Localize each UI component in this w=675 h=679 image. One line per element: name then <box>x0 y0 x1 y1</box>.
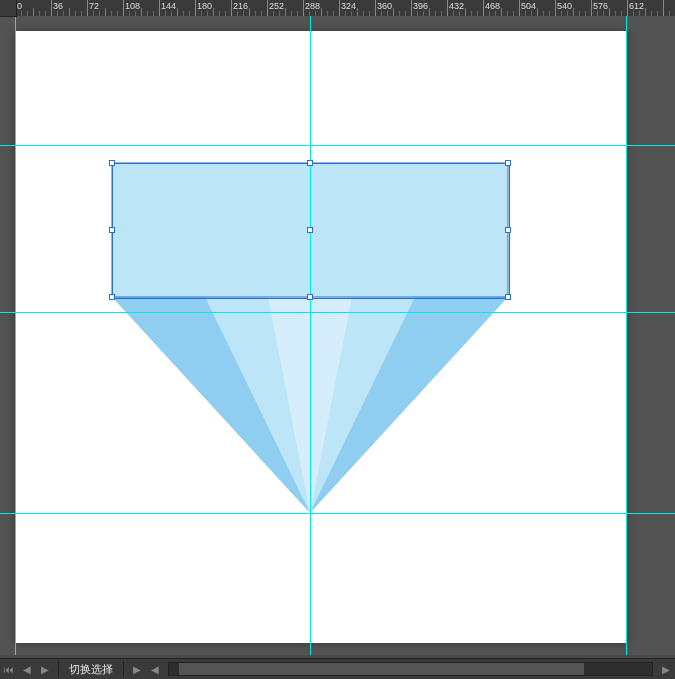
horizontal-scrollbar[interactable] <box>168 662 653 676</box>
scroll-left-icon[interactable]: ◀ <box>147 661 163 677</box>
rewind-icon[interactable]: ⏮ <box>1 661 17 677</box>
mode-label[interactable]: 切换选择 <box>63 662 119 677</box>
artboard[interactable] <box>15 31 627 643</box>
workspace[interactable] <box>0 16 675 655</box>
scrollbar-thumb[interactable] <box>179 663 585 675</box>
next-icon[interactable]: ▶ <box>129 661 145 677</box>
scroll-right-icon[interactable]: ▶ <box>658 661 674 677</box>
selected-rectangle <box>112 163 508 297</box>
playback-controls: ⏮ ◀ ▶ <box>0 659 63 679</box>
separator <box>58 661 59 677</box>
prev-frame-icon[interactable]: ◀ <box>19 661 35 677</box>
ruler-origin <box>0 0 17 17</box>
separator <box>123 661 124 677</box>
status-bar: ⏮ ◀ ▶ 切换选择 ▶ ◀ ▶ <box>0 658 675 679</box>
artwork-svg <box>0 16 612 628</box>
play-icon[interactable]: ▶ <box>37 661 53 677</box>
ruler-horizontal[interactable]: 6036721081441802162522883243603964324685… <box>0 0 675 17</box>
